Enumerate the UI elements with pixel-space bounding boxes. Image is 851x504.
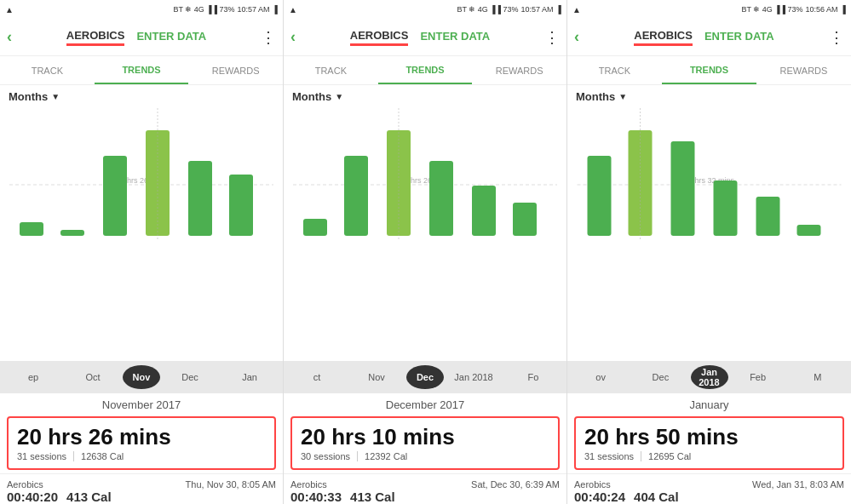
- timeline-item[interactable]: M: [788, 372, 848, 382]
- recent-entry: Aerobics Thu, Nov 30, 8:05 AM 00:40:20 4…: [0, 473, 283, 504]
- panel-1: ▲ BT ❄ 4G ▐▐ 73% 10:57 AM ▐ ‹ AEROBICS E…: [0, 0, 284, 504]
- stats-sub: 31 sessions 12695 Cal: [584, 451, 834, 461]
- recent-header: Aerobics Sat, Dec 30, 6:39 AM: [290, 479, 560, 490]
- status-right: BT ❄ 4G ▐▐ 73% 10:57 AM ▐: [457, 5, 561, 14]
- timeline-item[interactable]: Nov: [347, 372, 406, 382]
- svg-rect-11: [303, 219, 327, 236]
- back-button[interactable]: ‹: [290, 28, 296, 46]
- signal-info: BT ❄ 4G ▐▐ 73%: [457, 5, 518, 14]
- timeline-item-selected[interactable]: Jan 2018: [691, 365, 728, 389]
- stats-box: 20 hrs 26 mins 31 sessions 12638 Cal: [7, 416, 276, 470]
- months-label: Months: [292, 90, 331, 103]
- timeline-item[interactable]: Oct: [63, 372, 123, 382]
- svg-rect-14: [429, 161, 453, 236]
- recent-header: Aerobics Wed, Jan 31, 8:03 AM: [574, 479, 844, 490]
- stats-calories: 12638 Cal: [81, 451, 124, 461]
- back-button[interactable]: ‹: [7, 28, 12, 46]
- status-left: ▲: [572, 5, 581, 14]
- stats-duration: 20 hrs 26 mins: [17, 425, 266, 450]
- sub-tabs-bar: TRACKTRENDSREWARDS: [284, 56, 566, 85]
- time-display: 10:56 AM: [806, 5, 838, 14]
- timeline-item[interactable]: ov: [571, 372, 630, 382]
- stats-divider: [641, 451, 641, 461]
- time-display: 10:57 AM: [521, 5, 554, 14]
- sub-tab-trends[interactable]: TRENDS: [95, 56, 189, 84]
- timeline-item-selected[interactable]: Nov: [123, 365, 160, 389]
- recent-time: 00:40:24: [574, 490, 625, 504]
- timeline-item[interactable]: ct: [287, 372, 347, 382]
- months-selector[interactable]: Months ▼: [284, 85, 566, 108]
- months-label: Months: [9, 90, 48, 103]
- battery-icon: ▐: [273, 5, 278, 14]
- timeline-item[interactable]: Feb: [728, 372, 788, 382]
- notification-icon: ▲: [572, 5, 581, 14]
- app-header: ‹ AEROBICS ENTER DATA ⋮: [567, 19, 851, 56]
- stats-mins: 10 mins: [372, 424, 455, 450]
- months-selector[interactable]: Months ▼: [0, 85, 283, 108]
- recent-value: 00:40:33 413 Cal: [290, 490, 560, 504]
- stats-hours: 20 hrs: [584, 424, 656, 450]
- months-dropdown-arrow: ▼: [618, 92, 627, 101]
- chart-area: 10 hrs 32 mins: [567, 108, 851, 361]
- tab-enter-data[interactable]: ENTER DATA: [704, 30, 774, 44]
- months-selector[interactable]: Months ▼: [567, 85, 851, 108]
- recent-title: Aerobics: [290, 479, 327, 490]
- tab-aerobics[interactable]: AEROBICS: [634, 29, 693, 46]
- status-right: BT ❄ 4G ▐▐ 73% 10:56 AM ▐: [741, 5, 846, 14]
- tab-enter-data[interactable]: ENTER DATA: [420, 30, 490, 44]
- sub-tab-rewards[interactable]: REWARDS: [472, 56, 566, 84]
- recent-entry: Aerobics Wed, Jan 31, 8:03 AM 00:40:24 4…: [567, 473, 851, 504]
- recent-value: 00:40:20 413 Cal: [7, 490, 276, 504]
- menu-button[interactable]: ⋮: [829, 28, 844, 47]
- months-label: Months: [576, 90, 615, 103]
- tab-enter-data[interactable]: ENTER DATA: [136, 30, 206, 44]
- tab-aerobics[interactable]: AEROBICS: [350, 29, 409, 46]
- recent-time: 00:40:33: [290, 490, 342, 504]
- sub-tab-track[interactable]: TRACK: [0, 56, 95, 84]
- signal-info: BT ❄ 4G ▐▐ 73%: [173, 5, 234, 14]
- svg-rect-4: [103, 156, 127, 236]
- chart-area: 10 hrs 26 mins: [0, 108, 283, 361]
- stats-hours: 20 hrs: [301, 424, 372, 450]
- timeline-item[interactable]: Jan 2018: [444, 372, 503, 382]
- sub-tab-rewards[interactable]: REWARDS: [756, 56, 851, 84]
- status-left: ▲: [289, 5, 297, 14]
- sub-tab-track[interactable]: TRACK: [567, 56, 662, 84]
- stats-divider: [357, 451, 358, 461]
- timeline-item[interactable]: Dec: [160, 372, 220, 382]
- notification-icon: ▲: [5, 5, 14, 14]
- svg-rect-2: [20, 222, 43, 236]
- svg-rect-15: [472, 186, 496, 236]
- sub-tab-rewards[interactable]: REWARDS: [188, 56, 283, 84]
- svg-rect-20: [588, 156, 612, 236]
- status-bar: ▲ BT ❄ 4G ▐▐ 73% 10:57 AM ▐: [0, 0, 283, 19]
- timeline-item[interactable]: Dec: [630, 372, 690, 382]
- month-label: January: [567, 393, 851, 413]
- menu-button[interactable]: ⋮: [261, 28, 276, 47]
- panel-3: ▲ BT ❄ 4G ▐▐ 73% 10:56 AM ▐ ‹ AEROBICS E…: [567, 0, 851, 504]
- stats-sessions: 31 sessions: [17, 451, 66, 461]
- timeline-item[interactable]: Jan: [220, 372, 279, 382]
- recent-cal: 413 Cal: [350, 490, 395, 504]
- sub-tab-trends[interactable]: TRENDS: [662, 56, 756, 84]
- month-label: November 2017: [0, 393, 283, 413]
- back-button[interactable]: ‹: [574, 28, 579, 46]
- timeline-row: ovDecJan 2018FebM: [567, 361, 851, 393]
- sub-tabs-bar: TRACKTRENDSREWARDS: [0, 56, 283, 85]
- timeline-item[interactable]: Fo: [503, 372, 563, 382]
- battery-icon: ▐: [556, 5, 561, 14]
- recent-title: Aerobics: [574, 479, 611, 490]
- recent-cal: 413 Cal: [66, 490, 112, 504]
- stats-calories: 12695 Cal: [648, 451, 691, 461]
- svg-rect-12: [344, 156, 368, 236]
- battery-icon: ▐: [841, 5, 846, 14]
- chart-svg: 10 hrs 32 mins: [567, 108, 851, 240]
- menu-button[interactable]: ⋮: [544, 28, 560, 47]
- tab-aerobics[interactable]: AEROBICS: [66, 29, 125, 46]
- timeline-item-selected[interactable]: Dec: [406, 365, 444, 389]
- header-tabs: AEROBICS ENTER DATA: [66, 29, 206, 46]
- header-tabs: AEROBICS ENTER DATA: [634, 29, 773, 46]
- sub-tab-track[interactable]: TRACK: [284, 56, 378, 84]
- timeline-item[interactable]: ep: [3, 372, 63, 382]
- sub-tab-trends[interactable]: TRENDS: [378, 56, 473, 84]
